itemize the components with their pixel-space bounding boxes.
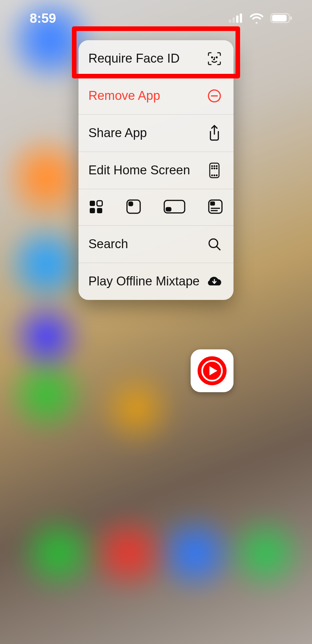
- svg-rect-6: [290, 16, 292, 20]
- svg-point-12: [212, 166, 212, 166]
- svg-point-8: [216, 57, 217, 58]
- menu-item-share-app[interactable]: Share App: [78, 115, 234, 152]
- svg-point-18: [212, 175, 212, 176]
- svg-point-19: [214, 175, 215, 176]
- svg-point-13: [214, 166, 215, 166]
- apps-phone-icon: [205, 162, 224, 179]
- wifi-icon: [249, 13, 264, 23]
- youtube-music-app-icon[interactable]: [191, 349, 234, 392]
- svg-point-15: [212, 168, 212, 169]
- svg-rect-28: [166, 208, 171, 211]
- menu-item-edit-home-screen[interactable]: Edit Home Screen: [78, 152, 234, 189]
- svg-rect-24: [97, 208, 102, 213]
- svg-point-16: [214, 168, 215, 169]
- widget-size-grid-icon[interactable]: [88, 199, 104, 216]
- svg-point-20: [216, 175, 217, 176]
- cloud-download-icon: [205, 276, 224, 287]
- svg-rect-5: [272, 15, 287, 21]
- remove-circle-icon: [205, 89, 224, 103]
- svg-rect-2: [236, 15, 238, 23]
- share-icon: [205, 125, 224, 141]
- menu-label: Play Offline Mixtape: [88, 274, 205, 289]
- search-icon: [205, 237, 224, 251]
- svg-rect-3: [240, 14, 242, 23]
- menu-label: Search: [88, 237, 205, 251]
- status-bar: 8:59: [0, 0, 312, 36]
- svg-point-7: [212, 57, 213, 58]
- svg-rect-30: [211, 202, 214, 205]
- svg-point-14: [216, 166, 217, 166]
- menu-item-require-face-id[interactable]: Require Face ID: [78, 40, 234, 77]
- cellular-signal-icon: [229, 14, 243, 23]
- app-context-menu: Require Face ID Remove App Share App: [78, 40, 234, 300]
- widget-size-row: [78, 189, 234, 226]
- menu-label: Remove App: [88, 89, 205, 103]
- menu-label: Edit Home Screen: [88, 163, 205, 178]
- menu-label: Share App: [88, 126, 205, 140]
- svg-rect-22: [97, 201, 102, 206]
- menu-item-remove-app[interactable]: Remove App: [78, 77, 234, 115]
- svg-point-17: [216, 168, 217, 169]
- status-icons: [229, 13, 292, 23]
- menu-item-search[interactable]: Search: [78, 226, 234, 263]
- svg-rect-26: [129, 202, 133, 206]
- svg-line-34: [217, 247, 220, 250]
- battery-icon: [270, 13, 292, 23]
- menu-item-play-offline-mixtape[interactable]: Play Offline Mixtape: [78, 263, 234, 300]
- svg-rect-21: [90, 201, 95, 206]
- svg-rect-1: [233, 17, 235, 23]
- svg-rect-23: [90, 208, 95, 213]
- widget-size-small-icon[interactable]: [125, 198, 142, 216]
- face-id-icon: [205, 51, 224, 66]
- widget-size-large-icon[interactable]: [207, 198, 224, 216]
- svg-rect-0: [229, 19, 231, 23]
- status-time: 8:59: [30, 11, 56, 26]
- widget-size-medium-icon[interactable]: [163, 199, 186, 216]
- menu-label: Require Face ID: [88, 51, 205, 66]
